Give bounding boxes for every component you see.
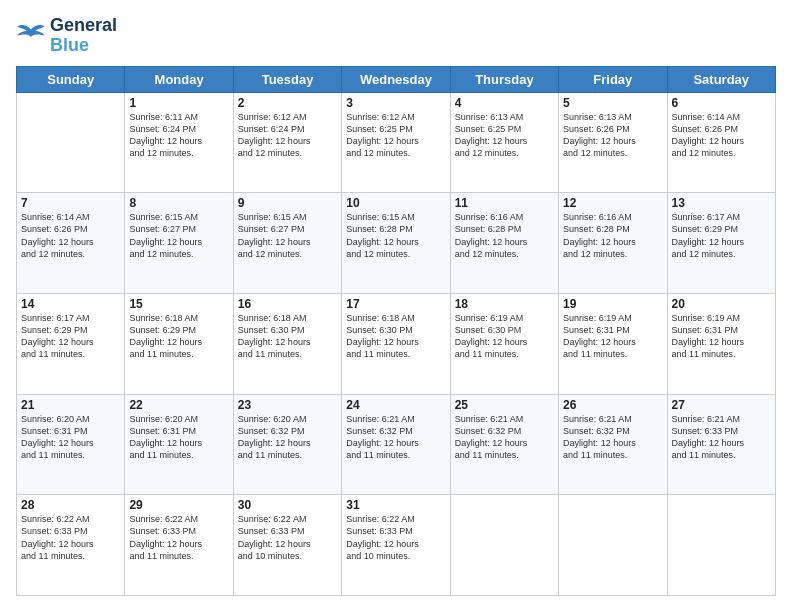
day-info: Sunrise: 6:16 AM Sunset: 6:28 PM Dayligh… xyxy=(455,211,554,260)
day-info: Sunrise: 6:16 AM Sunset: 6:28 PM Dayligh… xyxy=(563,211,662,260)
day-number: 5 xyxy=(563,96,662,110)
day-info: Sunrise: 6:15 AM Sunset: 6:27 PM Dayligh… xyxy=(129,211,228,260)
table-row: 15Sunrise: 6:18 AM Sunset: 6:29 PM Dayli… xyxy=(125,293,233,394)
day-number: 14 xyxy=(21,297,120,311)
table-row: 20Sunrise: 6:19 AM Sunset: 6:31 PM Dayli… xyxy=(667,293,775,394)
day-number: 21 xyxy=(21,398,120,412)
table-row: 4Sunrise: 6:13 AM Sunset: 6:25 PM Daylig… xyxy=(450,92,558,193)
table-row: 1Sunrise: 6:11 AM Sunset: 6:24 PM Daylig… xyxy=(125,92,233,193)
logo-icon xyxy=(16,23,46,48)
day-number: 29 xyxy=(129,498,228,512)
table-row: 11Sunrise: 6:16 AM Sunset: 6:28 PM Dayli… xyxy=(450,193,558,294)
col-thursday: Thursday xyxy=(450,66,558,92)
table-row: 27Sunrise: 6:21 AM Sunset: 6:33 PM Dayli… xyxy=(667,394,775,495)
calendar-table: Sunday Monday Tuesday Wednesday Thursday… xyxy=(16,66,776,596)
day-info: Sunrise: 6:20 AM Sunset: 6:31 PM Dayligh… xyxy=(129,413,228,462)
day-info: Sunrise: 6:12 AM Sunset: 6:24 PM Dayligh… xyxy=(238,111,337,160)
day-number: 12 xyxy=(563,196,662,210)
table-row: 19Sunrise: 6:19 AM Sunset: 6:31 PM Dayli… xyxy=(559,293,667,394)
day-number: 24 xyxy=(346,398,445,412)
day-info: Sunrise: 6:17 AM Sunset: 6:29 PM Dayligh… xyxy=(21,312,120,361)
day-info: Sunrise: 6:21 AM Sunset: 6:32 PM Dayligh… xyxy=(455,413,554,462)
table-row: 21Sunrise: 6:20 AM Sunset: 6:31 PM Dayli… xyxy=(17,394,125,495)
table-row: 31Sunrise: 6:22 AM Sunset: 6:33 PM Dayli… xyxy=(342,495,450,596)
day-info: Sunrise: 6:18 AM Sunset: 6:30 PM Dayligh… xyxy=(238,312,337,361)
day-info: Sunrise: 6:21 AM Sunset: 6:32 PM Dayligh… xyxy=(563,413,662,462)
col-friday: Friday xyxy=(559,66,667,92)
table-row: 7Sunrise: 6:14 AM Sunset: 6:26 PM Daylig… xyxy=(17,193,125,294)
day-info: Sunrise: 6:22 AM Sunset: 6:33 PM Dayligh… xyxy=(129,513,228,562)
day-number: 22 xyxy=(129,398,228,412)
day-number: 8 xyxy=(129,196,228,210)
table-row: 5Sunrise: 6:13 AM Sunset: 6:26 PM Daylig… xyxy=(559,92,667,193)
day-number: 10 xyxy=(346,196,445,210)
table-row: 8Sunrise: 6:15 AM Sunset: 6:27 PM Daylig… xyxy=(125,193,233,294)
day-number: 7 xyxy=(21,196,120,210)
day-number: 25 xyxy=(455,398,554,412)
day-info: Sunrise: 6:21 AM Sunset: 6:32 PM Dayligh… xyxy=(346,413,445,462)
day-info: Sunrise: 6:14 AM Sunset: 6:26 PM Dayligh… xyxy=(21,211,120,260)
table-row: 29Sunrise: 6:22 AM Sunset: 6:33 PM Dayli… xyxy=(125,495,233,596)
day-number: 27 xyxy=(672,398,771,412)
day-info: Sunrise: 6:17 AM Sunset: 6:29 PM Dayligh… xyxy=(672,211,771,260)
table-row: 12Sunrise: 6:16 AM Sunset: 6:28 PM Dayli… xyxy=(559,193,667,294)
table-row: 14Sunrise: 6:17 AM Sunset: 6:29 PM Dayli… xyxy=(17,293,125,394)
day-info: Sunrise: 6:15 AM Sunset: 6:28 PM Dayligh… xyxy=(346,211,445,260)
header: General Blue xyxy=(16,16,776,56)
calendar-week-row: 28Sunrise: 6:22 AM Sunset: 6:33 PM Dayli… xyxy=(17,495,776,596)
col-saturday: Saturday xyxy=(667,66,775,92)
day-number: 30 xyxy=(238,498,337,512)
day-info: Sunrise: 6:14 AM Sunset: 6:26 PM Dayligh… xyxy=(672,111,771,160)
day-number: 28 xyxy=(21,498,120,512)
table-row: 28Sunrise: 6:22 AM Sunset: 6:33 PM Dayli… xyxy=(17,495,125,596)
calendar-header-row: Sunday Monday Tuesday Wednesday Thursday… xyxy=(17,66,776,92)
logo-text-line2: Blue xyxy=(50,36,117,56)
table-row: 25Sunrise: 6:21 AM Sunset: 6:32 PM Dayli… xyxy=(450,394,558,495)
col-sunday: Sunday xyxy=(17,66,125,92)
day-info: Sunrise: 6:22 AM Sunset: 6:33 PM Dayligh… xyxy=(21,513,120,562)
day-number: 31 xyxy=(346,498,445,512)
day-info: Sunrise: 6:22 AM Sunset: 6:33 PM Dayligh… xyxy=(238,513,337,562)
day-number: 23 xyxy=(238,398,337,412)
day-number: 16 xyxy=(238,297,337,311)
col-wednesday: Wednesday xyxy=(342,66,450,92)
day-info: Sunrise: 6:19 AM Sunset: 6:31 PM Dayligh… xyxy=(563,312,662,361)
day-info: Sunrise: 6:12 AM Sunset: 6:25 PM Dayligh… xyxy=(346,111,445,160)
day-number: 26 xyxy=(563,398,662,412)
table-row: 9Sunrise: 6:15 AM Sunset: 6:27 PM Daylig… xyxy=(233,193,341,294)
day-number: 20 xyxy=(672,297,771,311)
table-row: 22Sunrise: 6:20 AM Sunset: 6:31 PM Dayli… xyxy=(125,394,233,495)
table-row: 13Sunrise: 6:17 AM Sunset: 6:29 PM Dayli… xyxy=(667,193,775,294)
table-row: 2Sunrise: 6:12 AM Sunset: 6:24 PM Daylig… xyxy=(233,92,341,193)
calendar-week-row: 14Sunrise: 6:17 AM Sunset: 6:29 PM Dayli… xyxy=(17,293,776,394)
table-row xyxy=(17,92,125,193)
table-row xyxy=(667,495,775,596)
calendar-week-row: 1Sunrise: 6:11 AM Sunset: 6:24 PM Daylig… xyxy=(17,92,776,193)
table-row: 24Sunrise: 6:21 AM Sunset: 6:32 PM Dayli… xyxy=(342,394,450,495)
day-number: 18 xyxy=(455,297,554,311)
table-row: 23Sunrise: 6:20 AM Sunset: 6:32 PM Dayli… xyxy=(233,394,341,495)
day-info: Sunrise: 6:19 AM Sunset: 6:31 PM Dayligh… xyxy=(672,312,771,361)
day-number: 6 xyxy=(672,96,771,110)
day-info: Sunrise: 6:22 AM Sunset: 6:33 PM Dayligh… xyxy=(346,513,445,562)
day-info: Sunrise: 6:20 AM Sunset: 6:31 PM Dayligh… xyxy=(21,413,120,462)
day-number: 17 xyxy=(346,297,445,311)
calendar-week-row: 21Sunrise: 6:20 AM Sunset: 6:31 PM Dayli… xyxy=(17,394,776,495)
day-info: Sunrise: 6:11 AM Sunset: 6:24 PM Dayligh… xyxy=(129,111,228,160)
day-number: 13 xyxy=(672,196,771,210)
day-number: 4 xyxy=(455,96,554,110)
table-row: 6Sunrise: 6:14 AM Sunset: 6:26 PM Daylig… xyxy=(667,92,775,193)
day-number: 19 xyxy=(563,297,662,311)
logo: General Blue xyxy=(16,16,117,56)
day-info: Sunrise: 6:18 AM Sunset: 6:30 PM Dayligh… xyxy=(346,312,445,361)
table-row: 26Sunrise: 6:21 AM Sunset: 6:32 PM Dayli… xyxy=(559,394,667,495)
day-info: Sunrise: 6:13 AM Sunset: 6:26 PM Dayligh… xyxy=(563,111,662,160)
logo-text-line1: General xyxy=(50,16,117,36)
day-info: Sunrise: 6:20 AM Sunset: 6:32 PM Dayligh… xyxy=(238,413,337,462)
day-info: Sunrise: 6:21 AM Sunset: 6:33 PM Dayligh… xyxy=(672,413,771,462)
table-row: 18Sunrise: 6:19 AM Sunset: 6:30 PM Dayli… xyxy=(450,293,558,394)
calendar-week-row: 7Sunrise: 6:14 AM Sunset: 6:26 PM Daylig… xyxy=(17,193,776,294)
table-row xyxy=(450,495,558,596)
table-row: 10Sunrise: 6:15 AM Sunset: 6:28 PM Dayli… xyxy=(342,193,450,294)
col-tuesday: Tuesday xyxy=(233,66,341,92)
